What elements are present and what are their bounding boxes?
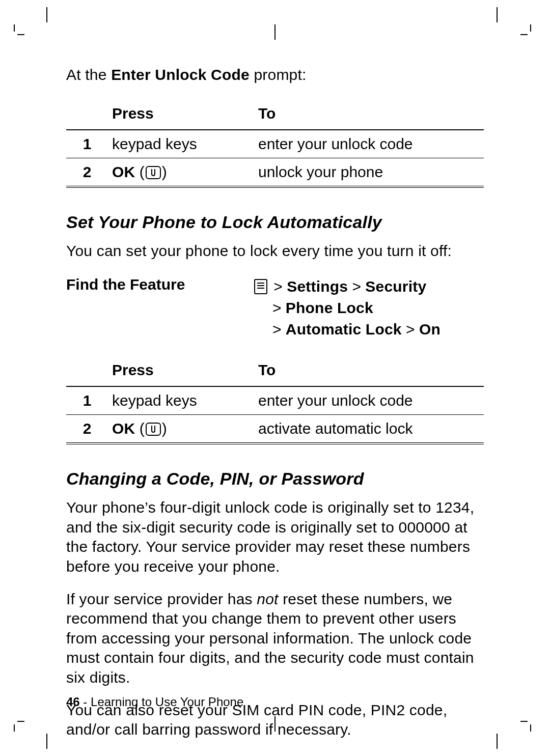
step-to: enter your unlock code [254, 130, 484, 158]
table-row: 1 keypad keys enter your unlock code [66, 130, 484, 158]
section-heading: Changing a Code, PIN, or Password [66, 469, 484, 489]
intro-line: At the Enter Unlock Code prompt: [66, 66, 484, 83]
section-heading: Set Your Phone to Lock Automatically [66, 212, 484, 232]
feature-label: Find the Feature [66, 276, 254, 340]
crop-mark-icon [41, 7, 53, 22]
step-press: OK () [108, 415, 254, 444]
step-to: enter your unlock code [254, 386, 484, 415]
step-number: 1 [66, 386, 108, 415]
intro-suffix: prompt: [250, 66, 307, 83]
path-item: Automatic Lock [286, 321, 402, 338]
col-press: Press [108, 103, 254, 130]
step-press: OK () [108, 158, 254, 187]
instruction-table-2: Press To 1 keypad keys enter your unlock… [66, 359, 484, 444]
table-row: 2 OK () unlock your phone [66, 158, 484, 187]
crop-mark-icon [491, 734, 503, 749]
crop-mark-icon [4, 24, 24, 45]
prompt-label: Enter Unlock Code [111, 66, 250, 83]
step-number: 2 [66, 415, 108, 444]
step-number: 2 [66, 158, 108, 187]
table-row: 1 keypad keys enter your unlock code [66, 386, 484, 415]
step-press: keypad keys [108, 386, 254, 415]
col-to: To [254, 103, 484, 130]
intro-prefix: At the [66, 66, 111, 83]
page-footer: 46 - Learning to Use Your Phone [66, 695, 243, 709]
crop-mark-icon [269, 24, 281, 40]
ok-label: OK [112, 163, 135, 180]
feature-path: > Settings > Security > Phone Lock > Aut… [254, 276, 441, 340]
instruction-table-1: Press To 1 keypad keys enter your unlock… [66, 103, 484, 188]
step-to: unlock your phone [254, 158, 484, 187]
ok-label: OK [112, 420, 135, 437]
page-number: 46 [66, 695, 80, 709]
center-key-icon [146, 423, 161, 436]
path-item: Settings [287, 278, 348, 295]
col-to: To [254, 359, 484, 386]
body-paragraph: Your phone’s four-digit unlock code is o… [66, 498, 484, 576]
crop-mark-icon [4, 711, 24, 732]
body-paragraph: You can set your phone to lock every tim… [66, 241, 484, 261]
crop-mark-icon [491, 7, 503, 22]
table-header-row: Press To [66, 359, 484, 386]
path-item: On [419, 321, 441, 338]
body-paragraph: If your service provider has not reset t… [66, 590, 484, 687]
table-row: 2 OK () activate automatic lock [66, 415, 484, 444]
crop-mark-icon [520, 24, 541, 45]
emphasis: not [257, 591, 278, 607]
crop-mark-icon [520, 711, 541, 732]
menu-key-icon [254, 279, 267, 294]
table-header-row: Press To [66, 103, 484, 130]
step-to: activate automatic lock [254, 415, 484, 444]
step-number: 1 [66, 130, 108, 158]
crop-mark-icon [41, 734, 53, 749]
path-item: Phone Lock [286, 299, 373, 316]
manual-page: At the Enter Unlock Code prompt: Press T… [0, 0, 550, 756]
center-key-icon [146, 166, 161, 179]
step-press: keypad keys [108, 130, 254, 158]
path-item: Security [365, 278, 426, 295]
col-press: Press [108, 359, 254, 386]
crop-mark-icon [269, 716, 281, 732]
find-the-feature: Find the Feature > Settings > Security >… [66, 276, 484, 340]
section-name: Learning to Use Your Phone [91, 695, 243, 709]
